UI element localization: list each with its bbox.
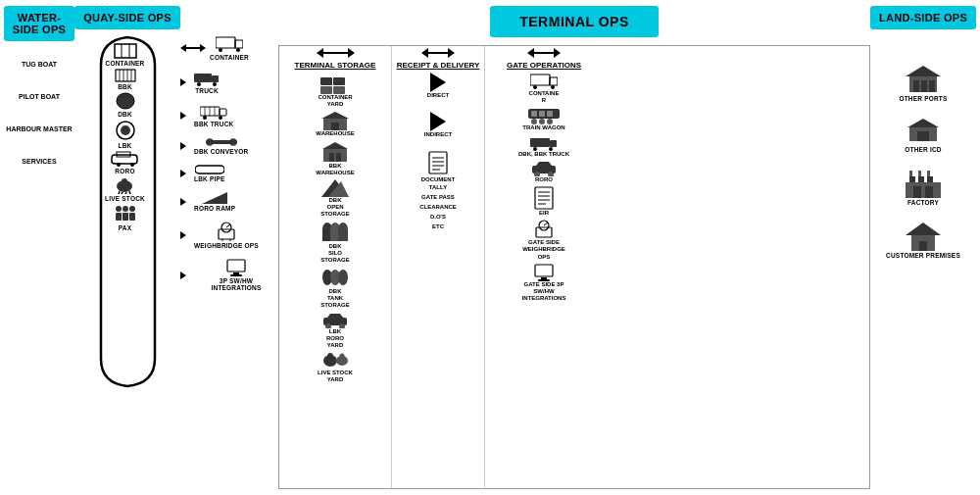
t-dbk-bbk-truck: DBK, BBK TRUCK: [518, 135, 569, 158]
svg-rect-127: [917, 131, 929, 141]
quay-item-dbkconveyor-label: DBK CONVEYOR: [194, 148, 249, 155]
gate-top-arrows: [527, 48, 561, 58]
svg-rect-54: [230, 274, 242, 276]
svg-point-23: [122, 206, 128, 212]
t-gate-pass-label: GATE PASS: [421, 194, 455, 201]
svg-rect-53: [233, 272, 239, 274]
t-indirect: INDIRECT: [424, 112, 452, 138]
pax-icon: [111, 204, 140, 223]
svg-rect-11: [112, 155, 137, 164]
quay-item-container: CONTAINER: [210, 35, 249, 61]
ship-item-container: CONTAINER: [106, 43, 145, 67]
t-dbk-open-label: DBKOPENSTORAGE: [320, 197, 350, 219]
quay-row-weighbridge: WEIGHBRIDGE OPS: [180, 222, 278, 249]
svg-rect-27: [216, 37, 235, 48]
svg-rect-28: [235, 40, 243, 48]
svg-rect-139: [919, 241, 927, 251]
t-train-wagon-label: TRAIN WAGON: [522, 124, 564, 131]
receipt-delivery-col: RECEIPT & DELIVERY DIRECT INDIRECT: [392, 46, 485, 488]
other-ports-icon: [906, 65, 941, 94]
quay-item-truck: TRUCK: [194, 71, 220, 94]
svg-rect-22: [116, 213, 122, 221]
quay-item-container-label: CONTAINER: [210, 54, 249, 61]
t-gate-pass: GATE PASS: [421, 194, 455, 201]
factory-icon: [906, 169, 941, 198]
svg-rect-85: [429, 152, 447, 173]
quay-item-rororamp: RORO RAMP: [194, 192, 235, 212]
svg-point-84: [340, 354, 345, 359]
ship-item-dbk-label: DBK: [118, 111, 132, 118]
svg-rect-52: [227, 260, 245, 272]
ship-item-pax: PAX: [111, 204, 140, 231]
svg-rect-55: [320, 77, 332, 85]
ramp-icon: [202, 192, 227, 204]
svg-line-17: [119, 191, 120, 194]
quay-item-dbkconveyor: DBK CONVEYOR: [194, 137, 249, 155]
land-side-header: LAND-SIDE OPS: [870, 6, 976, 29]
indirect-arrow-icon: [430, 112, 446, 131]
quay-row-3pswhw: 3P SW/HW INTEGRATIONS: [180, 259, 278, 291]
svg-rect-102: [550, 140, 557, 147]
svg-line-20: [129, 191, 130, 194]
t-lbk-roro-label: LBKROROYARD: [326, 328, 344, 350]
t-dbk-silo-label: DBKSILOSTORAGE: [320, 243, 350, 265]
quay-row-bbktruck: TRUCK: [180, 71, 278, 94]
roro-ship-icon: [111, 151, 140, 167]
land-side-column: LAND-SIDE OPS OTHER PORTS: [870, 6, 976, 489]
silo-icon: [319, 222, 351, 243]
svg-point-10: [121, 125, 130, 135]
t-container-yard-label: CONTAINERYARD: [318, 94, 352, 108]
gate-container-truck-icon: [530, 73, 558, 90]
water-side-column: WATER-SIDE OPS TUG BOAT PILOT BOAT HARBO…: [4, 6, 74, 489]
quay-item-weighbridge-label: WEIGHBRIDGE OPS: [194, 242, 259, 249]
land-item-factory: FACTORY: [906, 169, 941, 206]
car-icon: [321, 313, 349, 328]
svg-point-8: [117, 93, 134, 109]
direct-arrow-icon: [430, 73, 446, 92]
t-direct-label: DIRECT: [427, 92, 449, 99]
svg-rect-31: [194, 74, 212, 82]
terminal-storage-col: TERMINAL STORAGE CONTAINERYARD: [279, 46, 392, 488]
svg-point-41: [219, 116, 222, 120]
gate-operations-col: GATE OPERATIONS CONTAINER: [485, 46, 603, 488]
warehouse-icon: [321, 111, 349, 130]
t-livestock-yard-label: LIVE STOCKYARD: [318, 370, 353, 383]
t-etc-label: ETC: [432, 223, 444, 230]
quay-row-dbk: DBK CONVEYOR: [180, 137, 278, 155]
svg-point-14: [130, 163, 134, 167]
svg-rect-129: [909, 176, 915, 182]
svg-rect-61: [331, 123, 339, 130]
svg-rect-117: [535, 265, 553, 276]
svg-rect-58: [333, 86, 345, 94]
lbk-icon: [115, 120, 136, 141]
svg-rect-118: [541, 277, 547, 279]
t-etc: ETC: [432, 223, 444, 230]
svg-line-19: [125, 192, 126, 194]
svg-rect-130: [918, 176, 924, 182]
ship-item-lbk: LBK: [115, 120, 136, 149]
t-dbk-silo: DBKSILOSTORAGE: [319, 222, 351, 265]
svg-rect-42: [206, 140, 237, 144]
svg-marker-106: [536, 162, 552, 166]
terminal-storage-top-arrows: [317, 48, 355, 58]
svg-marker-137: [906, 223, 941, 235]
ship-items-overlay: CONTAINER BBK DBK: [93, 43, 157, 231]
svg-point-82: [327, 353, 333, 359]
t-livestock-yard: LIVE STOCKYARD: [318, 352, 353, 383]
t-bbk-warehouse-label: BBKWAREHOUSE: [316, 163, 354, 176]
land-item-other-ports-label: OTHER PORTS: [899, 95, 947, 102]
svg-marker-78: [327, 314, 343, 318]
document-icon: [427, 151, 449, 176]
land-item-other-icd-label: OTHER ICD: [905, 146, 942, 153]
quay-item-lbkpipe-label: LBK PIPE: [194, 175, 225, 182]
quay-row-bbk: BBK TRUCK: [180, 104, 278, 127]
quay-item-truck-label: TRUCK: [195, 87, 219, 94]
t-dos-label: D.O'S: [430, 214, 446, 221]
ship-item-livestock: LIVE STOCK: [105, 176, 145, 202]
svg-point-33: [197, 82, 201, 86]
quay-side-header: QUAY-SIDE OPS: [74, 6, 180, 29]
svg-rect-45: [195, 166, 224, 173]
quay-side-column: QUAY-SIDE OPS CONTAINER BBK: [74, 6, 180, 489]
svg-rect-132: [909, 171, 912, 176]
svg-rect-122: [913, 80, 919, 92]
